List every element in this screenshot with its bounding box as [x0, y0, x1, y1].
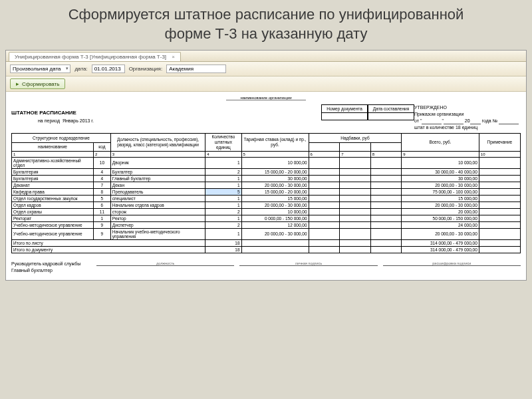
th-allow3 — [370, 142, 402, 151]
approved-line2: от "" 20 года № — [414, 118, 521, 124]
table-row[interactable]: Отдел кадров6Начальник отдела кадров120 … — [12, 201, 521, 208]
doc-date-value — [368, 112, 414, 120]
total-doc-units: 18 — [205, 246, 241, 253]
slide-title-line1: Сформируется штатное расписание по унифи… — [8, 5, 524, 25]
document-area: наименование организации ШТАТНОЕ РАСПИСА… — [6, 92, 526, 280]
th-dept-code: код — [93, 142, 110, 151]
sig-acc-label: Главный бухгалтер — [11, 268, 91, 273]
sig-name-line: расшифровка подписи — [383, 257, 521, 266]
slide-title: Сформируется штатное расписание по унифи… — [0, 0, 532, 49]
mode-value: Произвольная дата — [13, 66, 61, 72]
th-rate: Тарифная ставка (оклад) и пр., руб. — [241, 134, 309, 151]
button-row: ▸ Сформировать — [6, 76, 526, 92]
total-sheet-sum: 314 000,00 - 479 000,00 — [402, 239, 479, 246]
date-value: 01.01.2013 — [94, 66, 121, 72]
approved-staff: штат в количестве 18 единиц — [414, 124, 521, 131]
org-label: Организация: — [129, 66, 162, 72]
close-icon[interactable]: × — [172, 54, 175, 60]
table-body: Административно-хозяйственный отдел10Дво… — [12, 157, 521, 239]
tab-label: Унифицированная форма Т-3 [Унифицированн… — [15, 54, 166, 60]
table-row[interactable]: Ректорат1Ректор10 000,00 - 150 000,0050 … — [12, 215, 521, 221]
sig-sign-line: личная подпись — [239, 257, 377, 266]
th-allow2 — [340, 142, 371, 151]
th-dept: Структурное подразделение — [12, 134, 111, 142]
table-row[interactable]: Кафедра права8Преподаватель515 000,00 - … — [12, 188, 521, 195]
approved-line1: Приказом организации — [414, 111, 521, 118]
total-doc-label: Итого по документу — [12, 246, 205, 253]
doc-header: ШТАТНОЕ РАСПИСАНИЕ на период Январь 2013… — [11, 104, 521, 130]
form-button-label: Сформировать — [22, 81, 59, 87]
table-row[interactable]: Отдел охраны11сторож210 000,0020 000,00 — [12, 208, 521, 215]
total-sheet-units: 18 — [205, 239, 241, 246]
signature-block: Руководитель кадровой службы должность л… — [11, 257, 521, 273]
app-window: Унифицированная форма Т-3 [Унифицированн… — [5, 50, 527, 281]
tab-bar: Унифицированная форма Т-3 [Унифицированн… — [6, 51, 526, 62]
org-value: Академия — [169, 66, 194, 72]
table-row[interactable]: Отдел государственных закупок5специалист… — [12, 195, 521, 201]
doc-title: ШТАТНОЕ РАСПИСАНИЕ — [11, 110, 321, 116]
approved-block: УТВЕРЖДЕНО Приказом организации от "" 20… — [414, 104, 521, 130]
total-doc-sum: 314 000,00 - 479 000,00 — [402, 246, 479, 253]
tab-document[interactable]: Унифицированная форма Т-3 [Унифицированн… — [9, 52, 181, 61]
th-note: Примечание — [479, 134, 520, 151]
sig-pos-line: должность — [96, 257, 234, 266]
play-icon: ▸ — [16, 80, 19, 87]
doc-date-header: Дата составления — [368, 104, 414, 112]
table-row[interactable]: Учебно-методическое управление9Начальник… — [12, 228, 521, 239]
period-prefix: на период — [38, 118, 60, 123]
org-input[interactable]: Академия — [166, 65, 226, 73]
approved-title: УТВЕРЖДЕНО — [414, 104, 521, 111]
date-label: дата: — [74, 66, 87, 72]
total-sheet-label: Итого по листу — [12, 239, 205, 246]
table-head: Структурное подразделение Должность (спе… — [12, 134, 521, 157]
table-row[interactable]: Бухгалтерия4Главный бухгалтер130 000,003… — [12, 175, 521, 182]
period: на период Январь 2013 г. — [38, 118, 321, 123]
period-value: Январь 2013 г. — [63, 118, 94, 123]
doc-no-value — [321, 112, 368, 120]
toolbar: Произвольная дата дата: 01.01.2013 Орган… — [6, 62, 526, 76]
form-button[interactable]: ▸ Сформировать — [10, 78, 65, 89]
table-row[interactable]: Бухгалтерия4Бухгалтер215 000,00 - 20 000… — [12, 168, 521, 175]
th-units: Количество штатных единиц — [205, 134, 241, 151]
table-row[interactable]: Административно-хозяйственный отдел10Дво… — [12, 157, 521, 168]
doc-no-header: Номер документа — [321, 104, 368, 112]
table-row[interactable]: Деканат7Декан120 000,00 - 30 000,0020 00… — [12, 182, 521, 188]
th-total: Всего, руб. — [402, 134, 479, 151]
date-input[interactable]: 01.01.2013 — [92, 65, 125, 73]
sig-hr-label: Руководитель кадровой службы — [11, 261, 91, 266]
schedule-table: Структурное подразделение Должность (спе… — [11, 133, 521, 253]
column-numbers: 12345678910 — [12, 151, 521, 157]
th-dept-name: наименование — [12, 142, 94, 151]
th-position: Должность (специальность, профессия), ра… — [110, 134, 205, 151]
org-name-caption: наименование организации — [226, 96, 306, 100]
table-totals: Итого по листу18314 000,00 - 479 000,00 … — [12, 239, 521, 253]
doc-number-block: Номер документа Дата составления — [321, 104, 414, 120]
slide-title-line2: форме Т-3 на указанную дату — [8, 25, 524, 44]
th-allow1 — [309, 142, 340, 151]
mode-select[interactable]: Произвольная дата — [10, 65, 70, 73]
table-row[interactable]: Учебно-методическое управление9Диспетчер… — [12, 221, 521, 228]
th-allowance: Надбавки, руб — [309, 134, 402, 142]
